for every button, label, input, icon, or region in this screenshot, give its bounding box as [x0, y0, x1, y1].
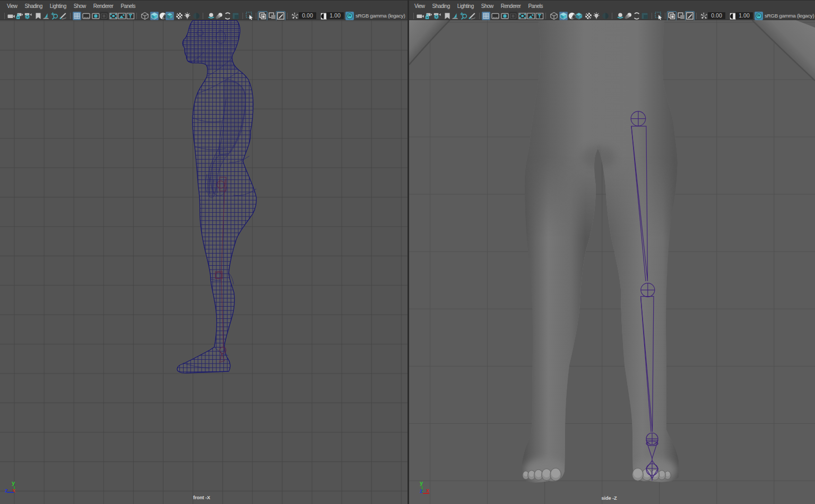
- svg-text:side -Z: side -Z: [602, 496, 617, 501]
- svg-text:front -X: front -X: [193, 495, 211, 500]
- svg-text:x: x: [426, 487, 430, 493]
- svg-text:y: y: [420, 480, 423, 486]
- svg-text:y: y: [12, 480, 15, 486]
- svg-text:z: z: [420, 488, 423, 494]
